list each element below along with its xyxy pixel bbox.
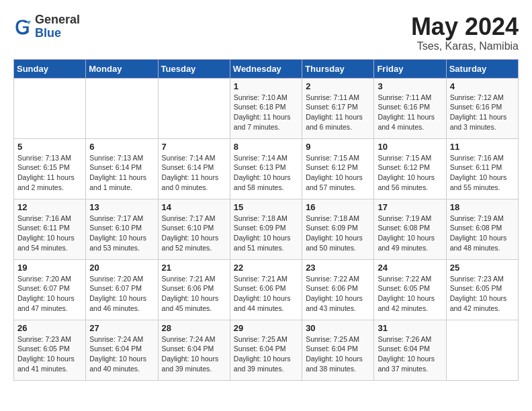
calendar-cell: 14Sunrise: 7:17 AM Sunset: 6:10 PM Dayli… bbox=[158, 199, 230, 259]
month-year: May 2024 bbox=[411, 13, 519, 40]
day-number: 25 bbox=[450, 263, 515, 273]
day-number: 17 bbox=[378, 202, 442, 212]
day-number: 26 bbox=[17, 323, 82, 333]
location: Tses, Karas, Namibia bbox=[411, 40, 519, 52]
day-number: 30 bbox=[306, 323, 370, 333]
calendar-cell: 7Sunrise: 7:14 AM Sunset: 6:14 PM Daylig… bbox=[158, 138, 230, 199]
calendar-cell: 17Sunrise: 7:19 AM Sunset: 6:08 PM Dayli… bbox=[374, 199, 446, 259]
day-info: Sunrise: 7:10 AM Sunset: 6:18 PM Dayligh… bbox=[234, 93, 298, 132]
calendar-cell: 16Sunrise: 7:18 AM Sunset: 6:09 PM Dayli… bbox=[302, 199, 374, 259]
day-info: Sunrise: 7:23 AM Sunset: 6:05 PM Dayligh… bbox=[17, 334, 82, 374]
day-info: Sunrise: 7:17 AM Sunset: 6:10 PM Dayligh… bbox=[89, 214, 154, 253]
calendar-cell: 4Sunrise: 7:12 AM Sunset: 6:16 PM Daylig… bbox=[446, 78, 518, 138]
calendar-cell bbox=[14, 78, 86, 138]
weekday-header-friday: Friday bbox=[374, 59, 446, 78]
day-number: 5 bbox=[17, 142, 82, 152]
day-info: Sunrise: 7:14 AM Sunset: 6:13 PM Dayligh… bbox=[234, 153, 298, 193]
day-number: 14 bbox=[162, 202, 226, 212]
day-info: Sunrise: 7:21 AM Sunset: 6:06 PM Dayligh… bbox=[234, 274, 298, 314]
calendar-cell: 1Sunrise: 7:10 AM Sunset: 6:18 PM Daylig… bbox=[230, 78, 302, 138]
calendar-cell: 19Sunrise: 7:20 AM Sunset: 6:07 PM Dayli… bbox=[14, 259, 86, 320]
day-number: 31 bbox=[378, 323, 442, 333]
day-number: 16 bbox=[306, 202, 370, 212]
calendar-cell: 31Sunrise: 7:26 AM Sunset: 6:04 PM Dayli… bbox=[374, 320, 446, 380]
day-number: 7 bbox=[162, 142, 226, 152]
calendar-week-5: 26Sunrise: 7:23 AM Sunset: 6:05 PM Dayli… bbox=[14, 320, 519, 380]
day-info: Sunrise: 7:20 AM Sunset: 6:07 PM Dayligh… bbox=[17, 274, 82, 314]
calendar-cell: 25Sunrise: 7:23 AM Sunset: 6:05 PM Dayli… bbox=[446, 259, 518, 320]
day-info: Sunrise: 7:19 AM Sunset: 6:08 PM Dayligh… bbox=[450, 214, 515, 253]
day-info: Sunrise: 7:13 AM Sunset: 6:14 PM Dayligh… bbox=[89, 153, 154, 193]
title-section: May 2024 Tses, Karas, Namibia bbox=[411, 13, 519, 52]
calendar-cell bbox=[86, 78, 158, 138]
calendar-week-2: 5Sunrise: 7:13 AM Sunset: 6:15 PM Daylig… bbox=[14, 138, 519, 199]
calendar-body: 1Sunrise: 7:10 AM Sunset: 6:18 PM Daylig… bbox=[14, 78, 519, 380]
calendar-cell: 12Sunrise: 7:16 AM Sunset: 6:11 PM Dayli… bbox=[14, 199, 86, 259]
day-number: 4 bbox=[450, 81, 515, 91]
day-info: Sunrise: 7:16 AM Sunset: 6:11 PM Dayligh… bbox=[17, 214, 82, 253]
calendar-cell bbox=[446, 320, 518, 380]
calendar-cell: 8Sunrise: 7:14 AM Sunset: 6:13 PM Daylig… bbox=[230, 138, 302, 199]
day-number: 8 bbox=[234, 142, 298, 152]
weekday-header-saturday: Saturday bbox=[446, 59, 518, 78]
calendar-cell: 24Sunrise: 7:22 AM Sunset: 6:05 PM Dayli… bbox=[374, 259, 446, 320]
calendar-cell: 11Sunrise: 7:16 AM Sunset: 6:11 PM Dayli… bbox=[446, 138, 518, 199]
day-number: 27 bbox=[89, 323, 154, 333]
calendar-table: SundayMondayTuesdayWednesdayThursdayFrid… bbox=[13, 59, 519, 381]
day-number: 11 bbox=[450, 142, 515, 152]
calendar-cell: 15Sunrise: 7:18 AM Sunset: 6:09 PM Dayli… bbox=[230, 199, 302, 259]
day-info: Sunrise: 7:22 AM Sunset: 6:06 PM Dayligh… bbox=[306, 274, 370, 314]
calendar-cell: 13Sunrise: 7:17 AM Sunset: 6:10 PM Dayli… bbox=[86, 199, 158, 259]
calendar-cell: 22Sunrise: 7:21 AM Sunset: 6:06 PM Dayli… bbox=[230, 259, 302, 320]
day-info: Sunrise: 7:22 AM Sunset: 6:05 PM Dayligh… bbox=[378, 274, 442, 314]
calendar-cell: 23Sunrise: 7:22 AM Sunset: 6:06 PM Dayli… bbox=[302, 259, 374, 320]
logo-blue: Blue bbox=[35, 27, 80, 40]
weekday-header-thursday: Thursday bbox=[302, 59, 374, 78]
logo: General Blue bbox=[13, 13, 80, 40]
day-number: 21 bbox=[162, 263, 226, 273]
day-number: 2 bbox=[306, 81, 370, 91]
day-info: Sunrise: 7:24 AM Sunset: 6:04 PM Dayligh… bbox=[162, 334, 226, 374]
day-number: 9 bbox=[306, 142, 370, 152]
calendar-cell: 26Sunrise: 7:23 AM Sunset: 6:05 PM Dayli… bbox=[14, 320, 86, 380]
day-info: Sunrise: 7:13 AM Sunset: 6:15 PM Dayligh… bbox=[17, 153, 82, 193]
calendar-week-1: 1Sunrise: 7:10 AM Sunset: 6:18 PM Daylig… bbox=[14, 78, 519, 138]
day-info: Sunrise: 7:19 AM Sunset: 6:08 PM Dayligh… bbox=[378, 214, 442, 253]
day-number: 6 bbox=[89, 142, 154, 152]
day-number: 29 bbox=[234, 323, 298, 333]
calendar-cell: 2Sunrise: 7:11 AM Sunset: 6:17 PM Daylig… bbox=[302, 78, 374, 138]
day-number: 24 bbox=[378, 263, 442, 273]
day-number: 15 bbox=[234, 202, 298, 212]
weekday-header-tuesday: Tuesday bbox=[158, 59, 230, 78]
day-number: 18 bbox=[450, 202, 515, 212]
day-info: Sunrise: 7:25 AM Sunset: 6:04 PM Dayligh… bbox=[306, 334, 370, 374]
day-number: 13 bbox=[89, 202, 154, 212]
calendar-cell: 30Sunrise: 7:25 AM Sunset: 6:04 PM Dayli… bbox=[302, 320, 374, 380]
calendar-cell: 3Sunrise: 7:11 AM Sunset: 6:16 PM Daylig… bbox=[374, 78, 446, 138]
day-info: Sunrise: 7:17 AM Sunset: 6:10 PM Dayligh… bbox=[162, 214, 226, 253]
day-info: Sunrise: 7:26 AM Sunset: 6:04 PM Dayligh… bbox=[378, 334, 442, 374]
day-info: Sunrise: 7:15 AM Sunset: 6:12 PM Dayligh… bbox=[306, 153, 370, 193]
day-info: Sunrise: 7:18 AM Sunset: 6:09 PM Dayligh… bbox=[306, 214, 370, 253]
day-info: Sunrise: 7:12 AM Sunset: 6:16 PM Dayligh… bbox=[450, 93, 515, 132]
calendar-cell: 21Sunrise: 7:21 AM Sunset: 6:06 PM Dayli… bbox=[158, 259, 230, 320]
logo-icon bbox=[13, 17, 32, 36]
weekday-header-wednesday: Wednesday bbox=[230, 59, 302, 78]
page-header: General Blue May 2024 Tses, Karas, Namib… bbox=[13, 13, 519, 52]
day-info: Sunrise: 7:11 AM Sunset: 6:17 PM Dayligh… bbox=[306, 93, 370, 132]
weekday-header-sunday: Sunday bbox=[14, 59, 86, 78]
day-info: Sunrise: 7:14 AM Sunset: 6:14 PM Dayligh… bbox=[162, 153, 226, 193]
day-info: Sunrise: 7:23 AM Sunset: 6:05 PM Dayligh… bbox=[450, 274, 515, 314]
day-info: Sunrise: 7:16 AM Sunset: 6:11 PM Dayligh… bbox=[450, 153, 515, 193]
day-number: 22 bbox=[234, 263, 298, 273]
calendar-week-3: 12Sunrise: 7:16 AM Sunset: 6:11 PM Dayli… bbox=[14, 199, 519, 259]
weekday-header-row: SundayMondayTuesdayWednesdayThursdayFrid… bbox=[14, 59, 519, 78]
calendar-cell: 20Sunrise: 7:20 AM Sunset: 6:07 PM Dayli… bbox=[86, 259, 158, 320]
day-info: Sunrise: 7:11 AM Sunset: 6:16 PM Dayligh… bbox=[378, 93, 442, 132]
calendar-cell: 27Sunrise: 7:24 AM Sunset: 6:04 PM Dayli… bbox=[86, 320, 158, 380]
day-info: Sunrise: 7:24 AM Sunset: 6:04 PM Dayligh… bbox=[89, 334, 154, 374]
day-number: 23 bbox=[306, 263, 370, 273]
calendar-cell: 10Sunrise: 7:15 AM Sunset: 6:12 PM Dayli… bbox=[374, 138, 446, 199]
day-info: Sunrise: 7:15 AM Sunset: 6:12 PM Dayligh… bbox=[378, 153, 442, 193]
calendar-cell: 29Sunrise: 7:25 AM Sunset: 6:04 PM Dayli… bbox=[230, 320, 302, 380]
